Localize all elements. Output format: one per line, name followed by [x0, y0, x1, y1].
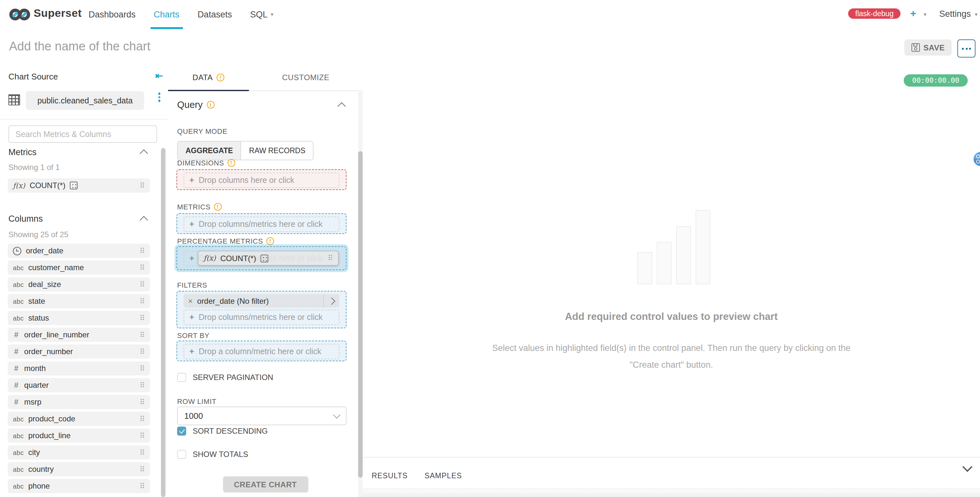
column-label: product_line: [28, 431, 70, 440]
metrics-dropzone[interactable]: +Drop columns/metrics here or click: [177, 213, 347, 234]
nav-item-charts[interactable]: Charts: [154, 0, 180, 29]
save-button[interactable]: SAVE: [904, 40, 951, 56]
superset-logo-icon[interactable]: [9, 8, 30, 24]
tab-customize[interactable]: CUSTOMIZE: [249, 65, 363, 91]
column-item-deal_size[interactable]: abcdeal_size⠿: [8, 277, 150, 292]
column-item-customer_name[interactable]: abccustomer_name⠿: [8, 260, 150, 275]
warning-icon: !: [227, 159, 235, 167]
column-label: order_line_number: [24, 330, 89, 339]
drag-handle-icon[interactable]: ⠿: [140, 364, 145, 373]
settings-menu[interactable]: Settings: [939, 9, 971, 19]
drag-handle-icon[interactable]: ⠿: [140, 348, 145, 356]
tab-data-label: DATA: [192, 73, 213, 82]
column-item-order_date[interactable]: order_date⠿: [8, 244, 150, 258]
abc-icon: abc: [13, 466, 24, 473]
left-panel-scrollbar[interactable]: [161, 148, 165, 497]
abc-icon: abc: [13, 281, 24, 288]
tab-data[interactable]: DATA !: [168, 65, 249, 91]
chart-preview-panel: 00:00:00.00 Add required control values …: [363, 65, 980, 497]
column-label: month: [24, 364, 46, 373]
brand-name[interactable]: Superset: [33, 7, 82, 20]
new-item-caret-icon[interactable]: ▾: [924, 12, 926, 17]
search-input[interactable]: [14, 129, 151, 139]
column-item-month[interactable]: #month⠿: [8, 361, 150, 375]
column-item-phone[interactable]: abcphone⠿: [8, 479, 150, 493]
drag-handle-icon[interactable]: ⠿: [140, 381, 145, 389]
row-limit-select[interactable]: 1000: [177, 406, 347, 425]
percentage-metrics-dropzone[interactable]: +Drop columns/metrics here or click ƒ(x)…: [177, 246, 347, 270]
column-item-status[interactable]: abcstatus⠿: [8, 311, 150, 325]
column-item-country[interactable]: abccountry⠿: [8, 462, 150, 476]
percentage-metrics-label: PERCENTAGE METRICS!: [177, 237, 274, 245]
column-item-order_line_number[interactable]: #order_line_number⠿: [8, 328, 150, 342]
nav-item-datasets[interactable]: Datasets: [197, 0, 232, 29]
query-collapse-icon[interactable]: [337, 102, 345, 110]
collapse-panel-icon[interactable]: ⇤: [156, 70, 163, 81]
dataset-menu-icon[interactable]: [158, 92, 160, 102]
column-label: country: [28, 465, 54, 474]
drag-handle-icon[interactable]: ⠿: [140, 297, 145, 305]
column-item-city[interactable]: abccity⠿: [8, 445, 150, 459]
placeholder-bar-icon: [637, 252, 652, 284]
sort-by-dropzone[interactable]: +Drop a column/metric here or click: [177, 341, 347, 361]
drag-handle-icon[interactable]: ⠿: [140, 330, 145, 339]
settings-caret-icon[interactable]: ▾: [975, 12, 977, 17]
sort-by-placeholder: Drop a column/metric here or click: [199, 347, 321, 356]
column-item-state[interactable]: abcstate⠿: [8, 294, 150, 308]
dimensions-placeholder: Drop columns here or click: [199, 176, 294, 185]
drag-handle-icon[interactable]: ⠿: [140, 465, 145, 473]
function-icon: ƒ(x): [204, 254, 216, 262]
columns-collapse-icon[interactable]: [140, 216, 148, 224]
create-chart-button[interactable]: CREATE CHART: [223, 476, 308, 492]
floating-widget-icon[interactable]: [974, 152, 980, 166]
dimensions-dropzone[interactable]: +Drop columns here or click: [177, 169, 347, 190]
column-item-product_line[interactable]: abcproduct_line⠿: [8, 429, 150, 443]
show-totals-checkbox[interactable]: [177, 450, 186, 459]
drag-handle-icon[interactable]: ⠿: [140, 482, 145, 490]
drag-handle-icon[interactable]: ⠿: [140, 280, 145, 289]
mode-aggregate-button[interactable]: AGGREGATE: [178, 141, 242, 160]
drag-handle-icon[interactable]: ⠿: [140, 264, 145, 272]
column-label: state: [28, 297, 45, 306]
drag-handle-icon[interactable]: ⠿: [140, 398, 145, 406]
tab-results[interactable]: RESULTS: [372, 472, 407, 480]
new-item-button[interactable]: +: [910, 8, 916, 19]
remove-filter-icon[interactable]: ×: [184, 296, 197, 305]
filter-chip[interactable]: × order_date (No filter): [184, 294, 339, 308]
sort-descending-checkbox[interactable]: [177, 427, 186, 436]
metric-item[interactable]: ƒ(x) COUNT(*) ⠿: [8, 178, 150, 192]
drag-handle-icon[interactable]: ⠿: [140, 431, 145, 440]
column-item-order_number[interactable]: #order_number⠿: [8, 345, 150, 359]
nav-item-dashboards[interactable]: Dashboards: [89, 0, 136, 29]
metrics-showing-count: Showing 1 of 1: [8, 163, 60, 172]
tab-samples[interactable]: SAMPLES: [425, 472, 462, 480]
drag-handle-icon[interactable]: ⠿: [140, 414, 145, 423]
hash-icon: #: [14, 365, 18, 372]
drag-handle-icon[interactable]: ⠿: [140, 181, 145, 190]
drag-handle-icon[interactable]: ⠿: [140, 448, 145, 457]
drag-handle-icon[interactable]: ⠿: [140, 246, 145, 255]
filters-dropzone[interactable]: × order_date (No filter) +Drop columns/m…: [177, 291, 347, 328]
search-metrics-box: [8, 125, 157, 143]
drag-handle-icon[interactable]: ⠿: [140, 314, 145, 322]
server-pagination-checkbox[interactable]: [177, 373, 186, 382]
preview-headline: Add required control values to preview c…: [363, 311, 980, 322]
metrics-collapse-icon[interactable]: [140, 149, 148, 157]
percentage-metric-chip[interactable]: ƒ(x) COUNT(*) ⠿: [198, 251, 339, 266]
filter-expand-icon[interactable]: [323, 294, 339, 308]
more-actions-button[interactable]: [958, 40, 975, 57]
datasource-panel: Chart Source ⇤ public.cleaned_sales_data…: [0, 65, 169, 497]
abc-icon: abc: [13, 298, 24, 305]
nav-item-sql[interactable]: SQL▾: [250, 0, 274, 29]
results-collapse-icon[interactable]: [962, 462, 972, 472]
query-section-header[interactable]: Query i: [177, 100, 214, 110]
column-item-msrp[interactable]: #msrp⠿: [8, 395, 150, 409]
control-panel-scrollbar[interactable]: [358, 151, 363, 478]
sort-descending-label: SORT DESCENDING: [192, 427, 268, 436]
column-item-product_code[interactable]: abcproduct_code⠿: [8, 412, 150, 426]
mode-raw-records-button[interactable]: RAW RECORDS: [242, 141, 313, 160]
dataset-name[interactable]: public.cleaned_sales_data: [26, 91, 144, 110]
drag-handle-icon[interactable]: ⠿: [328, 254, 333, 262]
column-item-quarter[interactable]: #quarter⠿: [8, 378, 150, 392]
chart-title-input[interactable]: Add the name of the chart: [9, 40, 150, 54]
